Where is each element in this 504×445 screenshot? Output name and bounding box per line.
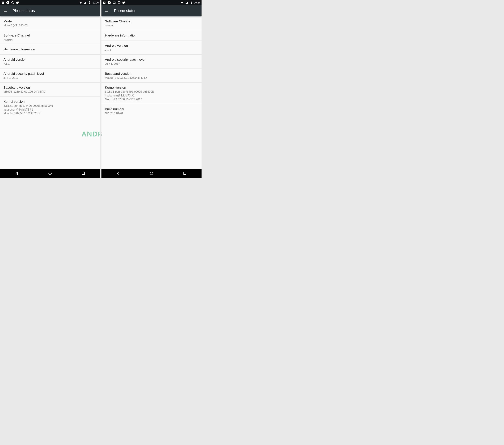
row-value: retapac — [3, 38, 97, 41]
row-kernel-version[interactable]: Kernel version 3.18.31-perf-g3b78496-000… — [101, 83, 201, 104]
twitter-icon — [122, 1, 126, 4]
row-label: Baseband version — [105, 72, 198, 76]
row-value: M8996_1239.53.01.126.04R SRD — [3, 90, 97, 94]
navigation-bar — [0, 169, 100, 178]
row-label: Build number — [105, 107, 198, 111]
row-value: Moto Z (XT1650-03) — [3, 24, 97, 27]
row-label: Software Channel — [3, 34, 97, 37]
row-value: 3.18.31-perf-g3b78496-00005-ge5590f6 hud… — [105, 90, 198, 101]
nav-recents-button[interactable] — [80, 170, 87, 176]
row-value: NPL26.118-20 — [105, 111, 198, 115]
settings-list[interactable]: Model Moto Z (XT1650-03) Software Channe… — [0, 16, 100, 169]
nav-home-button[interactable] — [148, 170, 155, 176]
row-baseband-version[interactable]: Baseband version M8996_1239.53.01.126.04… — [101, 69, 201, 83]
row-security-patch[interactable]: Android security patch level July 1, 201… — [0, 69, 100, 83]
status-time: 10:27 — [194, 1, 200, 4]
row-value: 3.18.31-perf-g3b78496-00005-ge5590f6 hud… — [3, 104, 97, 115]
row-android-version[interactable]: Android version 7.1.1 — [0, 55, 100, 69]
svg-point-5 — [150, 172, 153, 175]
row-label: Android version — [3, 58, 97, 61]
row-label: Model — [3, 19, 97, 23]
row-hardware-information[interactable]: Hardware information — [101, 30, 201, 41]
status-bar: d 10:26 — [0, 0, 100, 5]
row-hardware-information[interactable]: Hardware information — [0, 44, 100, 55]
gmail-icon — [1, 1, 4, 4]
row-software-channel[interactable]: Software Channel retapac — [101, 16, 201, 30]
row-android-version[interactable]: Android version 7.1.1 — [101, 41, 201, 55]
row-value: 7.1.1 — [105, 48, 198, 52]
svg-point-0 — [12, 1, 14, 4]
settings-list[interactable]: Software Channel retapac Hardware inform… — [101, 16, 201, 169]
row-label: Kernel version — [105, 86, 198, 90]
row-value: M8996_1239.53.01.126.04R SRD — [105, 76, 198, 80]
row-value: retapac — [105, 24, 198, 27]
phone-screenshot-left: d 10:26 Phone status Model Moto Z (XT165… — [0, 0, 100, 178]
row-label: Android security patch level — [105, 58, 198, 61]
whatsapp-icon — [117, 1, 121, 4]
hamburger-icon — [3, 9, 7, 13]
row-label: Hardware information — [105, 34, 198, 37]
menu-button[interactable] — [3, 8, 8, 13]
row-label: Hardware information — [3, 47, 97, 51]
row-kernel-version[interactable]: Kernel version 3.18.31-perf-g3b78496-000… — [0, 97, 100, 118]
page-title: Phone status — [114, 9, 136, 13]
app-bar: Phone status — [101, 5, 201, 16]
status-bar: d 10:27 — [101, 0, 201, 5]
signal-icon — [84, 1, 87, 4]
d-circle-icon: d — [6, 1, 9, 4]
gmail-icon — [103, 1, 106, 4]
row-build-number[interactable]: Build number NPL26.118-20 — [101, 104, 201, 118]
svg-point-4 — [118, 1, 120, 4]
navigation-bar — [101, 169, 201, 178]
svg-point-1 — [49, 172, 52, 175]
row-value: 7.1.1 — [3, 62, 97, 66]
row-value: July 1, 2017 — [105, 62, 198, 66]
battery-charging-icon — [190, 1, 193, 4]
nav-back-button[interactable] — [115, 170, 121, 176]
twitter-icon — [16, 1, 19, 4]
phone-screenshot-right: d 10:27 Phone status Software Channel re… — [101, 0, 201, 178]
picture-icon — [113, 1, 116, 4]
svg-rect-6 — [184, 172, 186, 175]
row-label: Kernel version — [3, 100, 97, 104]
row-model[interactable]: Model Moto Z (XT1650-03) — [0, 16, 100, 30]
row-label: Android security patch level — [3, 72, 97, 76]
hamburger-icon — [105, 9, 109, 13]
row-software-channel[interactable]: Software Channel retapac — [0, 30, 100, 44]
app-bar: Phone status — [0, 5, 100, 16]
whatsapp-icon — [11, 1, 14, 4]
nav-home-button[interactable] — [47, 170, 53, 176]
page-title: Phone status — [13, 9, 35, 13]
wifi-icon — [79, 1, 82, 4]
battery-charging-icon — [88, 1, 91, 4]
nav-recents-button[interactable] — [182, 170, 188, 176]
wifi-icon — [180, 1, 184, 4]
status-time: 10:26 — [93, 1, 99, 4]
row-baseband-version[interactable]: Baseband version M8996_1239.53.01.126.04… — [0, 83, 100, 97]
signal-icon — [185, 1, 188, 4]
menu-button[interactable] — [104, 8, 109, 13]
row-value: July 1, 2017 — [3, 76, 97, 80]
svg-rect-2 — [82, 172, 85, 175]
row-label: Android version — [105, 44, 198, 48]
row-label: Baseband version — [3, 86, 97, 90]
d-circle-icon: d — [108, 1, 111, 4]
row-security-patch[interactable]: Android security patch level July 1, 201… — [101, 55, 201, 69]
nav-back-button[interactable] — [14, 170, 20, 176]
row-label: Software Channel — [105, 19, 198, 23]
